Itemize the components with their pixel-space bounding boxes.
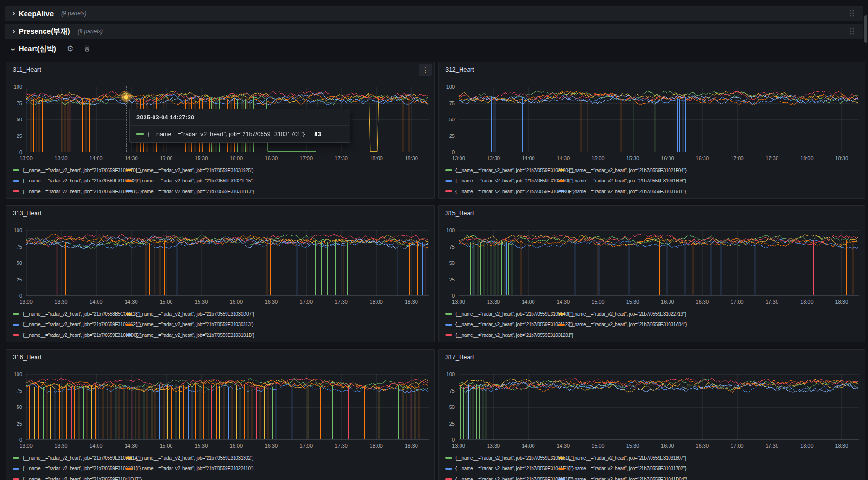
legend-item[interactable]: {__name__="radar_v2_heart", job="21b7/05… (558, 321, 687, 328)
row-keepalive-count: (9 panels) (61, 10, 86, 17)
legend-item[interactable]: {__name__="radar_v2_heart", job="21b7/05… (13, 321, 141, 328)
x-axis-tick: 16:30 (691, 155, 714, 161)
series-color-dash (445, 190, 452, 192)
x-axis-tick: 17:30 (760, 155, 783, 161)
y-axis-tick: 25 (441, 277, 455, 282)
y-axis-tick: 100 (8, 84, 22, 90)
row-keepalive[interactable]: › KeepAlive (9 panels) (5, 6, 863, 21)
series-color-dash (13, 190, 19, 192)
legend-item[interactable]: {__name__="radar_v2_heart", job="21b7/05… (13, 465, 141, 472)
legend-item[interactable]: {__name__="radar_v2_heart", job="21b7/05… (558, 454, 686, 461)
legend-item[interactable]: {__name__="radar_v2_heart", job="21b7/05… (13, 332, 142, 338)
timeseries-chart-canvas[interactable] (459, 230, 859, 296)
legend-item[interactable]: {__name__="radar_v2_heart", job="21b7/05… (445, 310, 574, 317)
series-color-dash (13, 334, 19, 336)
series-color-dash (558, 313, 565, 315)
legend-item[interactable]: {__name__="radar_v2_heart", job="21b7/05… (445, 332, 573, 338)
y-axis-tick: 0 (8, 149, 22, 155)
x-axis-tick: 18:30 (400, 299, 423, 305)
legend-label: {__name__="radar_v2_heart", job="21b7/05… (568, 189, 686, 194)
series-color-dash (558, 468, 565, 470)
series-color-dash (558, 190, 565, 192)
panel-title[interactable]: 317_Heart (445, 353, 474, 361)
series-color-dash (445, 334, 452, 336)
timeseries-chart-canvas[interactable] (26, 230, 429, 296)
legend-item[interactable]: {__name__="radar_v2_heart", job="21b7/05… (445, 476, 573, 480)
drag-handle-icon[interactable] (848, 9, 856, 18)
legend-item[interactable]: {__name__="radar_v2_heart", job="21b7/05… (126, 188, 254, 195)
x-axis-tick: 18:30 (830, 155, 853, 161)
legend-item[interactable]: {__name__="radar_v2_heart", job="21b7/05… (558, 310, 686, 317)
legend-label: {__name__="radar_v2_heart", job="21b7/05… (455, 466, 574, 471)
legend-item[interactable]: {__name__="radar_v2_heart", job="21b7/05… (558, 188, 686, 195)
x-axis-tick: 13:00 (447, 155, 470, 161)
panel-313_Heart: 313_Heart100755025013:0013:3014:0014:301… (6, 205, 435, 342)
legend-item[interactable]: {__name__="radar_v2_heart", job="21b7/05… (126, 465, 253, 472)
x-axis-tick: 14:00 (85, 155, 108, 161)
x-axis-tick: 15:00 (587, 299, 609, 305)
legend-item[interactable]: {__name__="radar_v2_heart", job="21b7/05… (558, 167, 687, 173)
legend-label: {__name__="radar_v2_heart", job="21b7/05… (23, 189, 142, 194)
y-axis-tick: 50 (8, 260, 22, 266)
row-presence[interactable]: › Presence(부재) (9 panels) (5, 24, 863, 39)
y-axis-tick: 75 (441, 388, 455, 394)
legend-item[interactable]: {__name__="radar_v2_heart", job="21b7/05… (126, 454, 253, 461)
row-presence-title[interactable]: Presence(부재) (19, 27, 70, 36)
legend-item[interactable]: {__name__="radar_v2_heart", job="21b7/05… (445, 188, 574, 195)
row-keepalive-title[interactable]: KeepAlive (19, 9, 54, 18)
y-axis-tick: 0 (8, 437, 22, 443)
panel-315_Heart: 315_Heart100755025013:0013:3014:0014:301… (438, 205, 865, 342)
row-heart-title[interactable]: Heart(심박) (19, 45, 56, 54)
legend-item[interactable]: {__name__="radar_v2_heart", job="21b7/05… (126, 310, 254, 317)
x-axis-tick: 13:00 (447, 443, 470, 449)
legend-item[interactable]: {__name__="radar_v2_heart", job="21b7/05… (13, 178, 141, 184)
x-axis-tick: 17:00 (295, 443, 317, 449)
legend-item[interactable]: {__name__="radar_v2_heart", job="21b7/05… (126, 178, 254, 184)
legend-item[interactable]: {__name__="radar_v2_heart", job="21b7/05… (126, 332, 254, 338)
panel-title[interactable]: 311_Heart (13, 66, 41, 73)
panel-menu-kebab-icon[interactable]: ⋮ (419, 64, 432, 76)
hovered-datapoint-glow (120, 91, 132, 103)
legend-item[interactable]: {__name__="radar_v2_heart", job="21b7/05… (558, 465, 686, 472)
row-delete-trash-icon[interactable] (84, 45, 90, 53)
series-color-dash (13, 180, 19, 182)
legend-item[interactable]: {__name__="radar_v2_heart", job="21b7/05… (13, 454, 141, 461)
legend-item[interactable]: {__name__="radar_v2_heart", job="21b7/05… (445, 178, 574, 184)
legend-item[interactable]: {__name__="radar_v2_heart", job="21b7/05… (445, 454, 574, 461)
x-axis-tick: 18:30 (400, 155, 423, 161)
legend-label: {__name__="radar_v2_heart", job="21b7/05… (455, 168, 573, 173)
legend-item[interactable]: {__name__="radar_v2_heart", job="21b7/05… (13, 310, 141, 317)
scrollbar-thumb[interactable] (864, 15, 867, 43)
panel-title[interactable]: 313_Heart (13, 209, 42, 217)
x-axis-tick: 13:30 (50, 443, 72, 449)
timeseries-chart-canvas[interactable] (459, 374, 859, 440)
series-color-dash (126, 468, 132, 470)
panel-title[interactable]: 315_Heart (445, 209, 474, 217)
x-axis-tick: 17:30 (330, 155, 353, 161)
panel-title[interactable]: 312_Heart (445, 66, 474, 73)
legend-item[interactable]: {__name__="radar_v2_heart", job="21b7/05… (13, 167, 141, 173)
y-axis-tick: 25 (441, 133, 455, 139)
legend-item[interactable]: {__name__="radar_v2_heart", job="21b7/05… (558, 476, 687, 480)
legend-item[interactable]: {__name__="radar_v2_heart", job="21b7/05… (13, 476, 142, 480)
legend-item[interactable]: {__name__="radar_v2_heart", job="21b7/05… (126, 321, 253, 328)
legend-item[interactable]: {__name__="radar_v2_heart", job="21b7/05… (445, 465, 574, 472)
legend-item[interactable]: {__name__="radar_v2_heart", job="21b7/05… (558, 178, 686, 184)
row-settings-gear-icon[interactable]: ⚙ (67, 45, 73, 53)
series-color-dash (445, 457, 452, 459)
y-axis-tick: 75 (441, 244, 455, 250)
chevron-down-icon: › (9, 48, 18, 51)
legend-item[interactable]: {__name__="radar_v2_heart", job="21b7/05… (13, 188, 142, 195)
legend-label: {__name__="radar_v2_heart", job="21b7/05… (455, 477, 573, 480)
drag-handle-icon[interactable] (848, 27, 856, 36)
timeseries-chart-canvas[interactable] (26, 374, 429, 440)
legend-item[interactable]: {__name__="radar_v2_heart", job="21b7/05… (445, 167, 573, 173)
x-axis-tick: 18:00 (365, 155, 388, 161)
legend-item[interactable]: {__name__="radar_v2_heart", job="21b7/05… (126, 167, 253, 173)
panel-title[interactable]: 316_Heart (13, 353, 42, 361)
row-heart[interactable]: › Heart(심박) ⚙ (5, 43, 90, 55)
legend-item[interactable]: {__name__="radar_v2_heart", job="21b7/05… (445, 321, 573, 328)
x-axis-tick: 14:00 (517, 299, 540, 305)
y-axis-tick: 50 (441, 260, 455, 266)
timeseries-chart-canvas[interactable] (459, 87, 859, 152)
